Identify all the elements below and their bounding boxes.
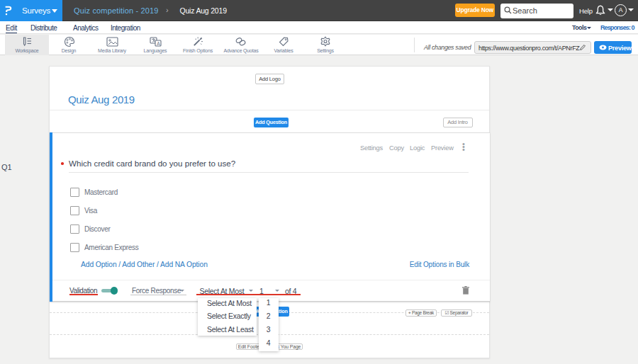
svg-text:A: A [157,41,160,46]
